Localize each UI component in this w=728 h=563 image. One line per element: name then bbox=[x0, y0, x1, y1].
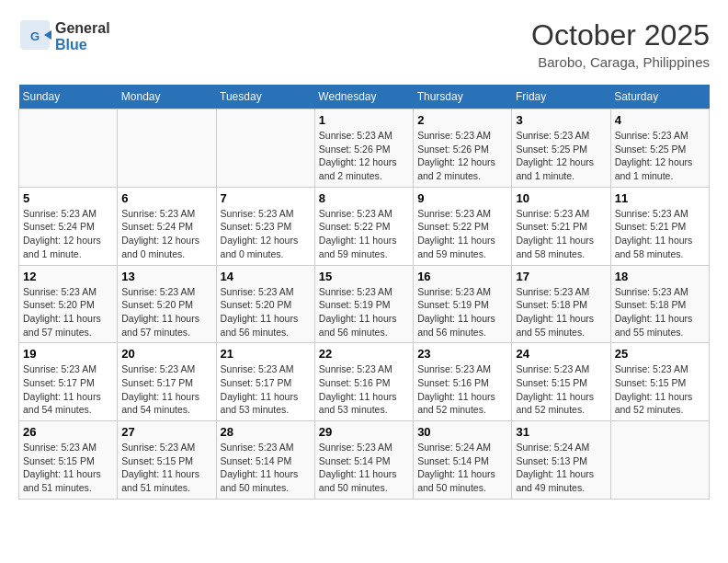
calendar-cell: 25Sunrise: 5:23 AM Sunset: 5:15 PM Dayli… bbox=[610, 343, 709, 421]
title-block: October 2025 Barobo, Caraga, Philippines bbox=[531, 18, 710, 70]
calendar-cell: 3Sunrise: 5:23 AM Sunset: 5:25 PM Daylig… bbox=[512, 109, 610, 188]
weekday-tuesday: Tuesday bbox=[216, 85, 314, 109]
day-number: 23 bbox=[417, 347, 507, 361]
day-number: 13 bbox=[121, 270, 211, 283]
calendar-cell: 5Sunrise: 5:23 AM Sunset: 5:24 PM Daylig… bbox=[19, 187, 118, 265]
calendar-cell: 10Sunrise: 5:23 AM Sunset: 5:21 PM Dayli… bbox=[512, 187, 610, 265]
calendar-cell: 12Sunrise: 5:23 AM Sunset: 5:20 PM Dayli… bbox=[19, 265, 118, 343]
month-title: October 2025 bbox=[531, 18, 710, 52]
day-info: Sunrise: 5:23 AM Sunset: 5:17 PM Dayligh… bbox=[23, 362, 113, 417]
day-info: Sunrise: 5:24 AM Sunset: 5:14 PM Dayligh… bbox=[417, 441, 507, 495]
day-number: 22 bbox=[319, 347, 409, 361]
day-number: 4 bbox=[615, 113, 705, 127]
day-info: Sunrise: 5:23 AM Sunset: 5:18 PM Dayligh… bbox=[516, 285, 606, 339]
day-info: Sunrise: 5:23 AM Sunset: 5:26 PM Dayligh… bbox=[319, 129, 409, 183]
logo-icon: G bbox=[18, 18, 51, 55]
day-number: 26 bbox=[23, 425, 113, 439]
day-number: 20 bbox=[121, 347, 211, 361]
day-info: Sunrise: 5:23 AM Sunset: 5:21 PM Dayligh… bbox=[615, 207, 705, 261]
day-number: 16 bbox=[417, 270, 507, 283]
day-info: Sunrise: 5:23 AM Sunset: 5:15 PM Dayligh… bbox=[615, 362, 705, 417]
day-info: Sunrise: 5:23 AM Sunset: 5:20 PM Dayligh… bbox=[121, 285, 211, 339]
calendar-cell: 7Sunrise: 5:23 AM Sunset: 5:23 PM Daylig… bbox=[216, 187, 314, 265]
day-number: 19 bbox=[23, 347, 113, 361]
day-info: Sunrise: 5:23 AM Sunset: 5:26 PM Dayligh… bbox=[417, 129, 507, 183]
weekday-friday: Friday bbox=[512, 85, 610, 109]
day-info: Sunrise: 5:24 AM Sunset: 5:13 PM Dayligh… bbox=[516, 441, 606, 495]
calendar-cell: 27Sunrise: 5:23 AM Sunset: 5:15 PM Dayli… bbox=[118, 421, 216, 500]
weekday-header-row: SundayMondayTuesdayWednesdayThursdayFrid… bbox=[19, 85, 710, 109]
weekday-saturday: Saturday bbox=[610, 85, 709, 109]
calendar-cell: 23Sunrise: 5:23 AM Sunset: 5:16 PM Dayli… bbox=[414, 343, 512, 421]
calendar-body: 1Sunrise: 5:23 AM Sunset: 5:26 PM Daylig… bbox=[19, 109, 710, 500]
day-info: Sunrise: 5:23 AM Sunset: 5:21 PM Dayligh… bbox=[516, 207, 606, 261]
calendar-cell bbox=[216, 109, 314, 188]
day-number: 15 bbox=[319, 270, 409, 283]
day-number: 12 bbox=[23, 270, 113, 283]
day-info: Sunrise: 5:23 AM Sunset: 5:24 PM Dayligh… bbox=[121, 207, 211, 261]
day-number: 3 bbox=[516, 113, 606, 127]
calendar-cell: 31Sunrise: 5:24 AM Sunset: 5:13 PM Dayli… bbox=[512, 421, 610, 500]
week-row-4: 19Sunrise: 5:23 AM Sunset: 5:17 PM Dayli… bbox=[19, 343, 710, 421]
day-info: Sunrise: 5:23 AM Sunset: 5:19 PM Dayligh… bbox=[417, 285, 507, 339]
day-number: 30 bbox=[417, 425, 507, 439]
day-info: Sunrise: 5:23 AM Sunset: 5:15 PM Dayligh… bbox=[516, 362, 606, 417]
day-number: 9 bbox=[417, 191, 507, 205]
calendar-cell: 18Sunrise: 5:23 AM Sunset: 5:18 PM Dayli… bbox=[610, 265, 709, 343]
day-number: 31 bbox=[516, 425, 606, 439]
calendar-cell: 4Sunrise: 5:23 AM Sunset: 5:25 PM Daylig… bbox=[610, 109, 709, 188]
calendar-cell: 2Sunrise: 5:23 AM Sunset: 5:26 PM Daylig… bbox=[414, 109, 512, 188]
day-number: 7 bbox=[221, 191, 311, 205]
calendar-cell: 28Sunrise: 5:23 AM Sunset: 5:14 PM Dayli… bbox=[216, 421, 314, 500]
day-number: 27 bbox=[121, 425, 211, 439]
logo-text: General Blue bbox=[55, 20, 110, 52]
calendar-cell: 13Sunrise: 5:23 AM Sunset: 5:20 PM Dayli… bbox=[118, 265, 216, 343]
day-info: Sunrise: 5:23 AM Sunset: 5:15 PM Dayligh… bbox=[121, 441, 211, 495]
calendar-cell bbox=[610, 421, 709, 500]
day-info: Sunrise: 5:23 AM Sunset: 5:20 PM Dayligh… bbox=[23, 285, 113, 339]
day-number: 11 bbox=[615, 191, 705, 205]
calendar-cell bbox=[19, 109, 118, 188]
day-number: 17 bbox=[516, 270, 606, 283]
week-row-3: 12Sunrise: 5:23 AM Sunset: 5:20 PM Dayli… bbox=[19, 265, 710, 343]
day-info: Sunrise: 5:23 AM Sunset: 5:14 PM Dayligh… bbox=[221, 441, 311, 495]
day-info: Sunrise: 5:23 AM Sunset: 5:19 PM Dayligh… bbox=[319, 285, 409, 339]
weekday-thursday: Thursday bbox=[414, 85, 512, 109]
week-row-1: 1Sunrise: 5:23 AM Sunset: 5:26 PM Daylig… bbox=[19, 109, 710, 188]
day-number: 18 bbox=[615, 270, 705, 283]
day-number: 29 bbox=[319, 425, 409, 439]
calendar-cell: 8Sunrise: 5:23 AM Sunset: 5:22 PM Daylig… bbox=[314, 187, 413, 265]
calendar-cell: 16Sunrise: 5:23 AM Sunset: 5:19 PM Dayli… bbox=[414, 265, 512, 343]
day-info: Sunrise: 5:23 AM Sunset: 5:23 PM Dayligh… bbox=[221, 207, 311, 261]
day-number: 28 bbox=[221, 425, 311, 439]
day-info: Sunrise: 5:23 AM Sunset: 5:20 PM Dayligh… bbox=[221, 285, 311, 339]
day-number: 5 bbox=[23, 191, 113, 205]
calendar-cell: 26Sunrise: 5:23 AM Sunset: 5:15 PM Dayli… bbox=[19, 421, 118, 500]
day-info: Sunrise: 5:23 AM Sunset: 5:22 PM Dayligh… bbox=[417, 207, 507, 261]
day-number: 2 bbox=[417, 113, 507, 127]
day-number: 10 bbox=[516, 191, 606, 205]
day-number: 21 bbox=[221, 347, 311, 361]
calendar-cell: 19Sunrise: 5:23 AM Sunset: 5:17 PM Dayli… bbox=[19, 343, 118, 421]
calendar-cell: 29Sunrise: 5:23 AM Sunset: 5:14 PM Dayli… bbox=[314, 421, 413, 500]
week-row-2: 5Sunrise: 5:23 AM Sunset: 5:24 PM Daylig… bbox=[19, 187, 710, 265]
calendar-cell: 24Sunrise: 5:23 AM Sunset: 5:15 PM Dayli… bbox=[512, 343, 610, 421]
calendar-cell: 20Sunrise: 5:23 AM Sunset: 5:17 PM Dayli… bbox=[118, 343, 216, 421]
weekday-monday: Monday bbox=[118, 85, 216, 109]
calendar-cell: 17Sunrise: 5:23 AM Sunset: 5:18 PM Dayli… bbox=[512, 265, 610, 343]
day-number: 8 bbox=[319, 191, 409, 205]
day-info: Sunrise: 5:23 AM Sunset: 5:16 PM Dayligh… bbox=[417, 362, 507, 417]
page-header: G General Blue October 2025 Barobo, Cara… bbox=[18, 18, 710, 70]
calendar-cell: 30Sunrise: 5:24 AM Sunset: 5:14 PM Dayli… bbox=[414, 421, 512, 500]
day-info: Sunrise: 5:23 AM Sunset: 5:14 PM Dayligh… bbox=[319, 441, 409, 495]
day-info: Sunrise: 5:23 AM Sunset: 5:18 PM Dayligh… bbox=[615, 285, 705, 339]
calendar-cell: 1Sunrise: 5:23 AM Sunset: 5:26 PM Daylig… bbox=[314, 109, 413, 188]
day-number: 25 bbox=[615, 347, 705, 361]
day-info: Sunrise: 5:23 AM Sunset: 5:22 PM Dayligh… bbox=[319, 207, 409, 261]
day-info: Sunrise: 5:23 AM Sunset: 5:17 PM Dayligh… bbox=[121, 362, 211, 417]
calendar-cell: 14Sunrise: 5:23 AM Sunset: 5:20 PM Dayli… bbox=[216, 265, 314, 343]
day-info: Sunrise: 5:23 AM Sunset: 5:17 PM Dayligh… bbox=[221, 362, 311, 417]
svg-text:G: G bbox=[30, 29, 40, 43]
calendar-cell: 22Sunrise: 5:23 AM Sunset: 5:16 PM Dayli… bbox=[314, 343, 413, 421]
calendar-cell: 11Sunrise: 5:23 AM Sunset: 5:21 PM Dayli… bbox=[610, 187, 709, 265]
